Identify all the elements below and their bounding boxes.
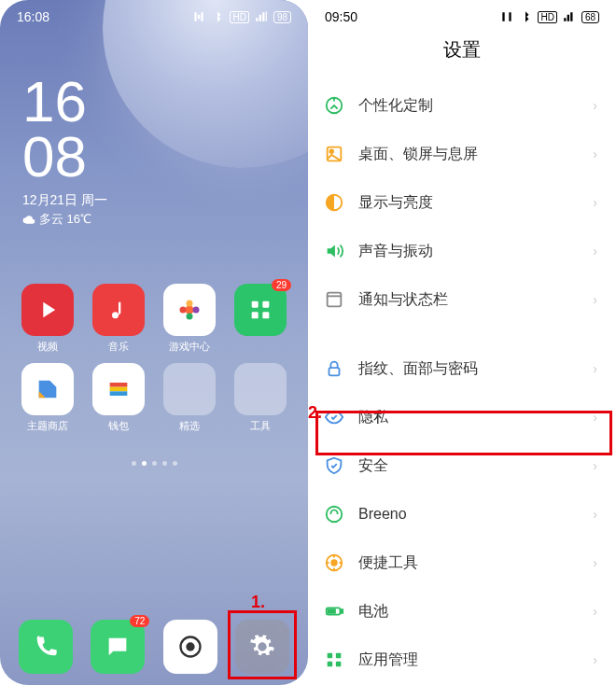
cloud-icon [22,213,35,226]
chevron-right-icon: › [593,292,597,307]
svg-point-2 [187,300,193,306]
svg-rect-20 [329,368,340,375]
svg-rect-9 [262,312,269,318]
status-time: 09:50 [325,9,357,24]
status-bar-left: 16:08 HD 98 [0,0,308,28]
chevron-right-icon: › [593,458,597,473]
status-bar-right: 09:50 HD 68 [308,0,616,28]
chevron-right-icon: › [593,361,597,376]
setting-row-apps[interactable]: 应用管理 › [319,636,605,684]
apps-row-1: 视频 音乐 游戏中心 29 主题商店 钱包 [0,228,308,439]
compass-icon [323,94,345,117]
setting-row-shield[interactable]: 安全 › [319,441,605,490]
grid-icon [247,297,273,323]
app-unknown[interactable]: 29 [228,284,293,354]
chevron-right-icon: › [593,244,597,259]
clock-hours: 16 [22,75,308,130]
app-wallet[interactable]: 钱包 [86,363,151,433]
nfc-icon [192,10,205,23]
setting-row-contrast[interactable]: 显示与亮度 › [319,178,605,227]
music-note-icon [105,297,132,323]
settings-list: 个性化定制 › 桌面、锁屏与息屏 › 显示与亮度 › 声音与振动 › 通知与状态… [308,81,616,684]
dock-camera[interactable] [163,620,217,674]
setting-label: Breeno [358,506,593,523]
setting-label: 隐私 [358,408,593,427]
battery-icon [323,600,345,622]
svg-rect-6 [252,301,259,307]
notify-icon [323,288,345,311]
svg-rect-30 [336,662,342,667]
battery-icon: 98 [273,11,291,23]
dock-messages[interactable]: 72 [91,620,145,674]
dock-phone[interactable] [19,620,73,674]
svg-rect-26 [329,609,335,613]
svg-rect-11 [110,386,128,391]
chevron-right-icon: › [593,652,597,667]
setting-row-sound[interactable]: 声音与振动 › [319,227,605,275]
picture-icon [323,143,345,165]
bluetooth-icon [519,10,532,23]
setting-row-privacy[interactable]: 隐私 › [319,393,605,441]
svg-rect-12 [110,391,128,396]
signal-icon [563,10,576,23]
lock-icon [323,357,345,380]
folder-featured[interactable]: 精选 [157,363,222,433]
app-music[interactable]: 音乐 [86,284,151,354]
svg-rect-8 [252,312,259,318]
svg-point-4 [187,313,193,319]
svg-point-0 [112,312,119,318]
app-theme-store[interactable]: 主题商店 [15,363,80,433]
svg-point-3 [193,306,200,313]
setting-label: 桌面、锁屏与息屏 [358,145,593,164]
svg-point-14 [186,642,194,650]
app-game-center[interactable]: 游戏中心 [157,284,222,354]
brush-icon [35,376,61,402]
camera-icon [177,634,203,660]
chevron-right-icon: › [593,555,597,570]
badge: 72 [130,615,149,627]
tool-icon [323,552,345,574]
chevron-right-icon: › [593,98,597,113]
setting-row-tool[interactable]: 便捷工具 › [319,538,605,587]
folder-tools[interactable]: 工具 [228,363,293,433]
svg-rect-29 [328,662,333,667]
hd-icon: HD [538,11,556,23]
setting-label: 应用管理 [358,650,593,670]
setting-row-breeno[interactable]: Breeno › [319,490,605,538]
setting-label: 声音与振动 [358,242,593,261]
setting-row-picture[interactable]: 桌面、锁屏与息屏 › [319,130,605,178]
setting-label: 便捷工具 [358,553,593,573]
page-title: 设置 [308,28,616,81]
signal-icon [255,10,268,23]
status-time: 16:08 [17,9,49,24]
date-label: 12月21日 周一 [22,192,308,209]
setting-row-battery[interactable]: 电池 › [319,587,605,636]
sound-icon [323,240,345,262]
svg-rect-10 [110,383,128,387]
app-video[interactable]: 视频 [15,284,80,354]
setting-label: 安全 [358,456,593,476]
svg-rect-27 [328,653,333,659]
privacy-icon [323,406,345,428]
nfc-icon [500,10,513,23]
flower-icon [176,297,203,323]
settings-screen: 09:50 HD 68 设置 个性化定制 › 桌面、锁屏与息屏 › 显示与亮度 … [308,0,616,685]
setting-row-notify[interactable]: 通知与状态栏 › [319,275,605,324]
svg-rect-25 [341,609,343,613]
svg-point-17 [329,149,333,153]
clock-widget: 16 08 12月21日 周一 多云 16℃ [0,28,308,228]
chevron-right-icon: › [593,410,597,425]
dock-settings[interactable] [235,620,289,674]
setting-row-lock[interactable]: 指纹、面部与密码 › [319,344,605,393]
gear-icon [249,634,275,660]
apps-icon [323,649,345,671]
hd-icon: HD [230,11,248,23]
svg-point-1 [185,305,193,314]
battery-icon: 68 [581,11,599,23]
bluetooth-icon [211,10,224,23]
svg-rect-7 [262,301,269,307]
home-screen: 16:08 HD 98 16 08 12月21日 周一 多云 16℃ 视频 音乐… [0,0,308,685]
setting-row-compass[interactable]: 个性化定制 › [319,81,605,130]
breeno-icon [323,503,345,525]
chevron-right-icon: › [593,604,597,619]
